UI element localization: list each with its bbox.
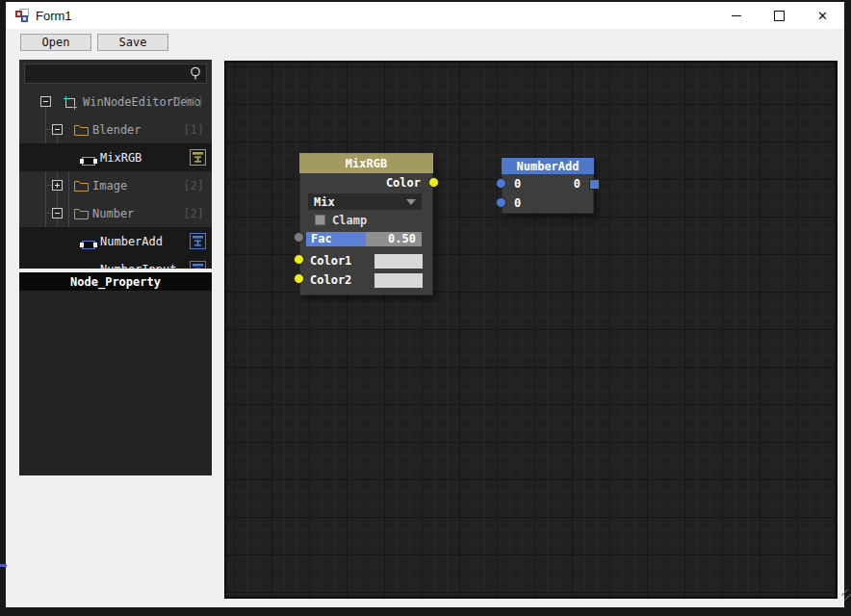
folder-icon bbox=[74, 122, 89, 141]
maximize-button[interactable] bbox=[758, 2, 801, 29]
close-button[interactable]: ✕ bbox=[801, 2, 844, 29]
search-bar bbox=[19, 60, 212, 88]
chevron-down-icon bbox=[406, 199, 416, 205]
tree-item-label: NumberInput bbox=[100, 263, 176, 269]
mixrgb-color1-input-socket[interactable] bbox=[294, 254, 304, 265]
node-type-icon[interactable] bbox=[190, 233, 206, 253]
node-icon bbox=[80, 264, 97, 269]
tree-item-number[interactable]: Number[2] bbox=[19, 199, 212, 227]
app-icon bbox=[14, 8, 30, 23]
tree-item-count-badge: [10] bbox=[176, 95, 204, 109]
node-canvas[interactable]: MixRGB Color Mix Clamp Fac 0.50 bbox=[224, 61, 838, 599]
mixrgb-fac-label: Fac bbox=[306, 232, 366, 246]
tree-item-label: Number bbox=[92, 207, 134, 220]
node-numberadd[interactable]: NumberAdd 0 0 0 bbox=[502, 158, 594, 214]
resize-grip-icon bbox=[844, 594, 851, 601]
tree-item-winnodeeditordemo[interactable]: WinNodeEditorDemo[10] bbox=[19, 88, 212, 116]
mixrgb-fac-input-socket[interactable] bbox=[294, 232, 304, 243]
mixrgb-clamp-checkbox[interactable] bbox=[315, 215, 325, 225]
screen: Form1 ✕ Open Save bbox=[0, 0, 851, 616]
mixrgb-color-output-socket[interactable] bbox=[428, 177, 439, 188]
mixrgb-color1-swatch[interactable] bbox=[374, 254, 423, 269]
tree-item-numberadd[interactable]: NumberAdd bbox=[19, 227, 212, 255]
node-numberadd-title: NumberAdd bbox=[516, 160, 579, 173]
background-artifact bbox=[0, 564, 7, 567]
mixrgb-color2-swatch[interactable] bbox=[374, 273, 423, 288]
search-icon bbox=[189, 66, 202, 85]
mixrgb-blendmode-value: Mix bbox=[314, 195, 335, 209]
mixrgb-color2-input-socket[interactable] bbox=[294, 273, 304, 284]
node-icon bbox=[80, 152, 97, 170]
numberadd-input2-socket[interactable] bbox=[496, 197, 506, 208]
node-numberadd-header[interactable]: NumberAdd bbox=[502, 158, 594, 174]
tree-item-mixrgb[interactable]: MixRGB bbox=[19, 143, 212, 171]
mixrgb-fac-slider[interactable]: Fac 0.50 bbox=[306, 232, 422, 246]
numberadd-input1-socket[interactable] bbox=[496, 178, 506, 189]
search-input[interactable] bbox=[24, 64, 207, 84]
numberadd-input2-value: 0 bbox=[514, 196, 521, 210]
project-icon bbox=[63, 94, 78, 115]
tree-item-count-badge: [2] bbox=[183, 179, 204, 192]
mixrgb-output-label: Color bbox=[300, 173, 432, 192]
collapse-icon[interactable] bbox=[52, 208, 63, 218]
window-title: Form1 bbox=[36, 9, 72, 23]
numberadd-output-socket[interactable] bbox=[589, 179, 600, 190]
form-window: Form1 ✕ Open Save bbox=[6, 2, 844, 607]
minimize-button[interactable] bbox=[714, 2, 758, 29]
folder-icon bbox=[74, 206, 89, 224]
tree-item-count-badge: [1] bbox=[183, 123, 204, 137]
maximize-icon bbox=[774, 11, 785, 21]
tree-item-count-badge: [2] bbox=[183, 207, 204, 220]
mixrgb-blendmode-select[interactable]: Mix bbox=[308, 193, 422, 210]
mixrgb-fac-value: 0.50 bbox=[366, 232, 422, 246]
numberadd-output-value: 0 bbox=[574, 177, 580, 191]
tree-item-label: Blender bbox=[92, 123, 142, 137]
node-mixrgb-header[interactable]: MixRGB bbox=[299, 153, 433, 173]
mixrgb-color2-label: Color2 bbox=[310, 273, 351, 287]
property-panel bbox=[19, 291, 212, 475]
node-mixrgb-title: MixRGB bbox=[346, 157, 387, 170]
save-button[interactable]: Save bbox=[97, 34, 168, 51]
tree-item-numberinput[interactable]: NumberInput bbox=[19, 255, 212, 269]
node-type-icon[interactable] bbox=[190, 261, 206, 269]
node-type-icon[interactable] bbox=[190, 149, 206, 169]
node-icon bbox=[80, 236, 97, 254]
tree-item-label: NumberAdd bbox=[100, 235, 163, 248]
mixrgb-clamp-label: Clamp bbox=[332, 214, 367, 227]
folder-icon bbox=[74, 178, 89, 196]
expand-icon[interactable] bbox=[52, 180, 63, 191]
collapse-icon[interactable] bbox=[52, 124, 63, 135]
tree-item-image[interactable]: Image[2] bbox=[19, 171, 212, 199]
tree-item-blender[interactable]: Blender[1] bbox=[19, 116, 212, 143]
node-mixrgb[interactable]: MixRGB Color Mix Clamp Fac 0.50 bbox=[299, 153, 433, 295]
open-button[interactable]: Open bbox=[20, 34, 91, 51]
close-icon: ✕ bbox=[817, 10, 828, 22]
tree-item-label: MixRGB bbox=[100, 151, 142, 165]
tree-item-label: Image bbox=[92, 179, 127, 192]
collapse-icon[interactable] bbox=[40, 96, 51, 107]
node-mixrgb-body: Color Mix Clamp Fac 0.50 Color1 bbox=[299, 173, 433, 295]
property-panel-header: Node_Property bbox=[19, 272, 212, 291]
node-tree: WinNodeEditorDemo[10] Blender[1] MixRGB … bbox=[19, 88, 212, 269]
minimize-icon bbox=[732, 15, 741, 16]
node-numberadd-body: 0 0 0 bbox=[502, 174, 594, 214]
mixrgb-color1-label: Color1 bbox=[310, 254, 351, 268]
titlebar: Form1 ✕ bbox=[6, 2, 844, 29]
numberadd-input1-value: 0 bbox=[514, 177, 521, 191]
